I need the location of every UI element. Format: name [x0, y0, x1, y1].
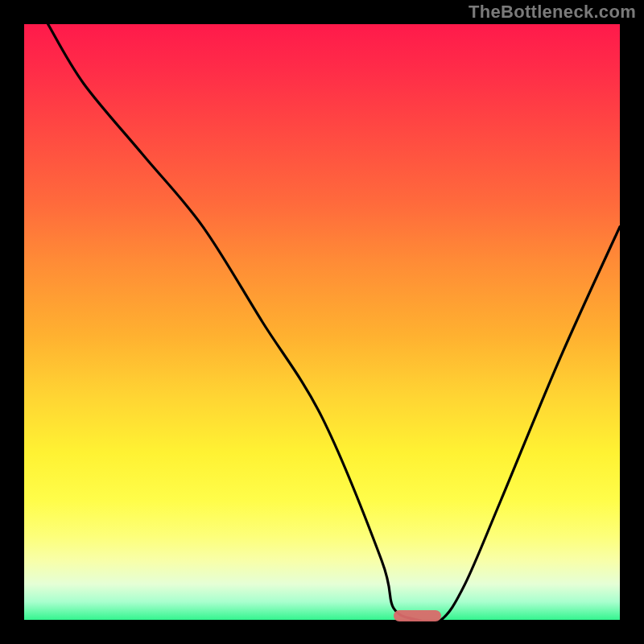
optimum-marker [394, 610, 441, 621]
watermark-text: TheBottleneck.com [469, 2, 636, 23]
bottleneck-curve [48, 24, 620, 620]
chart-frame: TheBottleneck.com [0, 0, 644, 644]
plot-area [24, 24, 620, 620]
curve-svg [24, 24, 620, 620]
